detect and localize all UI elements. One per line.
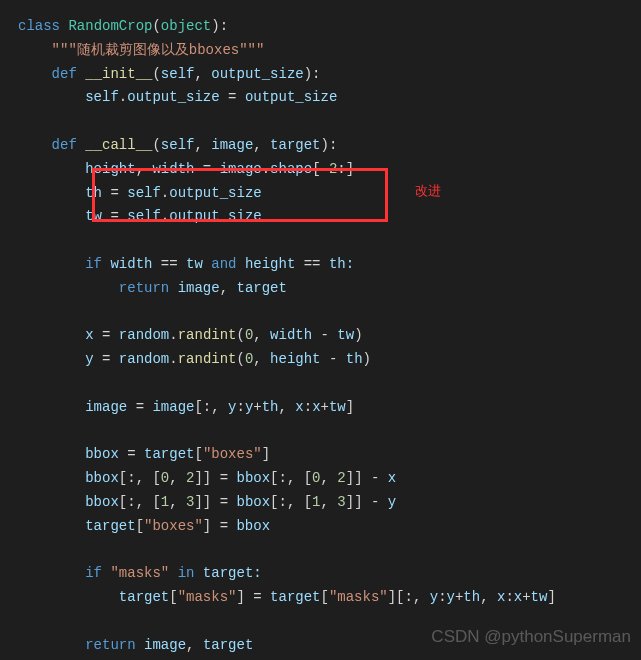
code-line: y = random.randint(0, height - th) [18, 348, 631, 372]
code-line: return image, target [18, 277, 631, 301]
code-line: if "masks" in target: [18, 562, 631, 586]
code-line: def __call__(self, image, target): [18, 134, 631, 158]
code-line: bbox[:, [0, 2]] = bbox[:, [0, 2]] - x [18, 467, 631, 491]
code-line [18, 539, 631, 563]
annotation-label: 改进 [415, 180, 441, 202]
code-line: target["boxes"] = bbox [18, 515, 631, 539]
code-line: class RandomCrop(object): [18, 15, 631, 39]
code-line: def __init__(self, output_size): [18, 63, 631, 87]
code-line: height, width = image.shape[-2:] [18, 158, 631, 182]
code-line: if width == tw and height == th: [18, 253, 631, 277]
code-line [18, 110, 631, 134]
code-line [18, 229, 631, 253]
code-line: return image, target [18, 634, 631, 658]
code-line: x = random.randint(0, width - tw) [18, 324, 631, 348]
code-line: th = self.output_size [18, 182, 631, 206]
code-line: image = image[:, y:y+th, x:x+tw] [18, 396, 631, 420]
code-line: tw = self.output_size [18, 205, 631, 229]
code-line [18, 420, 631, 444]
code-line: target["masks"] = target["masks"][:, y:y… [18, 586, 631, 610]
code-line: bbox[:, [1, 3]] = bbox[:, [1, 3]] - y [18, 491, 631, 515]
code-line: """随机裁剪图像以及bboxes""" [18, 39, 631, 63]
code-line [18, 301, 631, 325]
code-line: self.output_size = output_size [18, 86, 631, 110]
code-editor: class RandomCrop(object): """随机裁剪图像以及bbo… [0, 0, 641, 660]
code-line [18, 610, 631, 634]
code-line [18, 372, 631, 396]
code-line: bbox = target["boxes"] [18, 443, 631, 467]
